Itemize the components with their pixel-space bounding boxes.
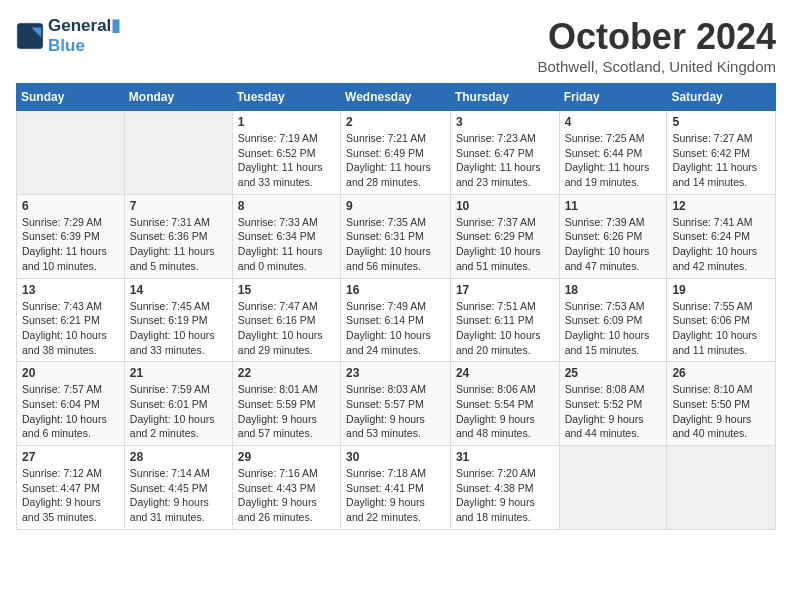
svg-rect-0 — [17, 23, 42, 48]
day-info: Sunrise: 7:51 AM Sunset: 6:11 PM Dayligh… — [456, 299, 554, 358]
header-wednesday: Wednesday — [341, 84, 451, 111]
day-info: Sunrise: 7:39 AM Sunset: 6:26 PM Dayligh… — [565, 215, 662, 274]
day-number: 18 — [565, 283, 662, 297]
day-cell — [559, 446, 667, 530]
day-cell: 11Sunrise: 7:39 AM Sunset: 6:26 PM Dayli… — [559, 194, 667, 278]
day-number: 22 — [238, 366, 335, 380]
day-info: Sunrise: 7:59 AM Sunset: 6:01 PM Dayligh… — [130, 382, 227, 441]
day-cell: 9Sunrise: 7:35 AM Sunset: 6:31 PM Daylig… — [341, 194, 451, 278]
day-number: 10 — [456, 199, 554, 213]
day-info: Sunrise: 7:35 AM Sunset: 6:31 PM Dayligh… — [346, 215, 445, 274]
day-cell: 4Sunrise: 7:25 AM Sunset: 6:44 PM Daylig… — [559, 111, 667, 195]
day-cell: 2Sunrise: 7:21 AM Sunset: 6:49 PM Daylig… — [341, 111, 451, 195]
day-cell: 27Sunrise: 7:12 AM Sunset: 4:47 PM Dayli… — [17, 446, 125, 530]
day-number: 1 — [238, 115, 335, 129]
day-number: 16 — [346, 283, 445, 297]
day-info: Sunrise: 7:37 AM Sunset: 6:29 PM Dayligh… — [456, 215, 554, 274]
day-info: Sunrise: 7:27 AM Sunset: 6:42 PM Dayligh… — [672, 131, 770, 190]
day-cell: 8Sunrise: 7:33 AM Sunset: 6:34 PM Daylig… — [232, 194, 340, 278]
day-info: Sunrise: 7:55 AM Sunset: 6:06 PM Dayligh… — [672, 299, 770, 358]
month-title: October 2024 — [538, 16, 776, 58]
day-info: Sunrise: 7:47 AM Sunset: 6:16 PM Dayligh… — [238, 299, 335, 358]
day-number: 5 — [672, 115, 770, 129]
day-info: Sunrise: 7:18 AM Sunset: 4:41 PM Dayligh… — [346, 466, 445, 525]
day-info: Sunrise: 8:01 AM Sunset: 5:59 PM Dayligh… — [238, 382, 335, 441]
header-friday: Friday — [559, 84, 667, 111]
header-row: SundayMondayTuesdayWednesdayThursdayFrid… — [17, 84, 776, 111]
day-number: 28 — [130, 450, 227, 464]
day-info: Sunrise: 7:43 AM Sunset: 6:21 PM Dayligh… — [22, 299, 119, 358]
day-cell: 21Sunrise: 7:59 AM Sunset: 6:01 PM Dayli… — [124, 362, 232, 446]
day-number: 13 — [22, 283, 119, 297]
day-cell: 15Sunrise: 7:47 AM Sunset: 6:16 PM Dayli… — [232, 278, 340, 362]
day-info: Sunrise: 8:08 AM Sunset: 5:52 PM Dayligh… — [565, 382, 662, 441]
week-row-4: 20Sunrise: 7:57 AM Sunset: 6:04 PM Dayli… — [17, 362, 776, 446]
day-cell — [124, 111, 232, 195]
title-section: October 2024 Bothwell, Scotland, United … — [538, 16, 776, 75]
day-cell: 14Sunrise: 7:45 AM Sunset: 6:19 PM Dayli… — [124, 278, 232, 362]
day-number: 24 — [456, 366, 554, 380]
day-info: Sunrise: 7:19 AM Sunset: 6:52 PM Dayligh… — [238, 131, 335, 190]
location: Bothwell, Scotland, United Kingdom — [538, 58, 776, 75]
day-cell: 19Sunrise: 7:55 AM Sunset: 6:06 PM Dayli… — [667, 278, 776, 362]
day-cell: 13Sunrise: 7:43 AM Sunset: 6:21 PM Dayli… — [17, 278, 125, 362]
day-info: Sunrise: 7:53 AM Sunset: 6:09 PM Dayligh… — [565, 299, 662, 358]
day-info: Sunrise: 7:57 AM Sunset: 6:04 PM Dayligh… — [22, 382, 119, 441]
day-number: 30 — [346, 450, 445, 464]
day-cell: 12Sunrise: 7:41 AM Sunset: 6:24 PM Dayli… — [667, 194, 776, 278]
day-info: Sunrise: 7:23 AM Sunset: 6:47 PM Dayligh… — [456, 131, 554, 190]
day-number: 8 — [238, 199, 335, 213]
day-cell: 5Sunrise: 7:27 AM Sunset: 6:42 PM Daylig… — [667, 111, 776, 195]
day-number: 19 — [672, 283, 770, 297]
day-number: 29 — [238, 450, 335, 464]
day-number: 2 — [346, 115, 445, 129]
day-cell: 20Sunrise: 7:57 AM Sunset: 6:04 PM Dayli… — [17, 362, 125, 446]
calendar-table: SundayMondayTuesdayWednesdayThursdayFrid… — [16, 83, 776, 530]
day-number: 25 — [565, 366, 662, 380]
logo: General▮ Blue — [16, 16, 120, 55]
day-number: 20 — [22, 366, 119, 380]
week-row-5: 27Sunrise: 7:12 AM Sunset: 4:47 PM Dayli… — [17, 446, 776, 530]
day-cell — [17, 111, 125, 195]
day-number: 27 — [22, 450, 119, 464]
day-info: Sunrise: 7:29 AM Sunset: 6:39 PM Dayligh… — [22, 215, 119, 274]
day-number: 7 — [130, 199, 227, 213]
day-cell: 23Sunrise: 8:03 AM Sunset: 5:57 PM Dayli… — [341, 362, 451, 446]
day-info: Sunrise: 7:49 AM Sunset: 6:14 PM Dayligh… — [346, 299, 445, 358]
week-row-3: 13Sunrise: 7:43 AM Sunset: 6:21 PM Dayli… — [17, 278, 776, 362]
day-number: 12 — [672, 199, 770, 213]
logo-text: General▮ Blue — [48, 16, 120, 55]
day-info: Sunrise: 7:25 AM Sunset: 6:44 PM Dayligh… — [565, 131, 662, 190]
day-cell: 22Sunrise: 8:01 AM Sunset: 5:59 PM Dayli… — [232, 362, 340, 446]
day-cell: 6Sunrise: 7:29 AM Sunset: 6:39 PM Daylig… — [17, 194, 125, 278]
day-cell: 24Sunrise: 8:06 AM Sunset: 5:54 PM Dayli… — [450, 362, 559, 446]
day-info: Sunrise: 7:20 AM Sunset: 4:38 PM Dayligh… — [456, 466, 554, 525]
day-cell: 29Sunrise: 7:16 AM Sunset: 4:43 PM Dayli… — [232, 446, 340, 530]
logo-icon — [16, 22, 44, 50]
day-cell: 31Sunrise: 7:20 AM Sunset: 4:38 PM Dayli… — [450, 446, 559, 530]
day-number: 6 — [22, 199, 119, 213]
header-saturday: Saturday — [667, 84, 776, 111]
day-info: Sunrise: 7:41 AM Sunset: 6:24 PM Dayligh… — [672, 215, 770, 274]
day-number: 14 — [130, 283, 227, 297]
day-cell — [667, 446, 776, 530]
day-number: 17 — [456, 283, 554, 297]
day-cell: 18Sunrise: 7:53 AM Sunset: 6:09 PM Dayli… — [559, 278, 667, 362]
day-info: Sunrise: 7:12 AM Sunset: 4:47 PM Dayligh… — [22, 466, 119, 525]
day-cell: 25Sunrise: 8:08 AM Sunset: 5:52 PM Dayli… — [559, 362, 667, 446]
day-number: 21 — [130, 366, 227, 380]
day-cell: 17Sunrise: 7:51 AM Sunset: 6:11 PM Dayli… — [450, 278, 559, 362]
day-number: 15 — [238, 283, 335, 297]
day-cell: 10Sunrise: 7:37 AM Sunset: 6:29 PM Dayli… — [450, 194, 559, 278]
header-monday: Monday — [124, 84, 232, 111]
day-cell: 26Sunrise: 8:10 AM Sunset: 5:50 PM Dayli… — [667, 362, 776, 446]
day-number: 31 — [456, 450, 554, 464]
header-tuesday: Tuesday — [232, 84, 340, 111]
day-info: Sunrise: 7:45 AM Sunset: 6:19 PM Dayligh… — [130, 299, 227, 358]
day-cell: 30Sunrise: 7:18 AM Sunset: 4:41 PM Dayli… — [341, 446, 451, 530]
day-info: Sunrise: 7:33 AM Sunset: 6:34 PM Dayligh… — [238, 215, 335, 274]
day-cell: 1Sunrise: 7:19 AM Sunset: 6:52 PM Daylig… — [232, 111, 340, 195]
day-info: Sunrise: 8:03 AM Sunset: 5:57 PM Dayligh… — [346, 382, 445, 441]
header-thursday: Thursday — [450, 84, 559, 111]
day-info: Sunrise: 7:31 AM Sunset: 6:36 PM Dayligh… — [130, 215, 227, 274]
